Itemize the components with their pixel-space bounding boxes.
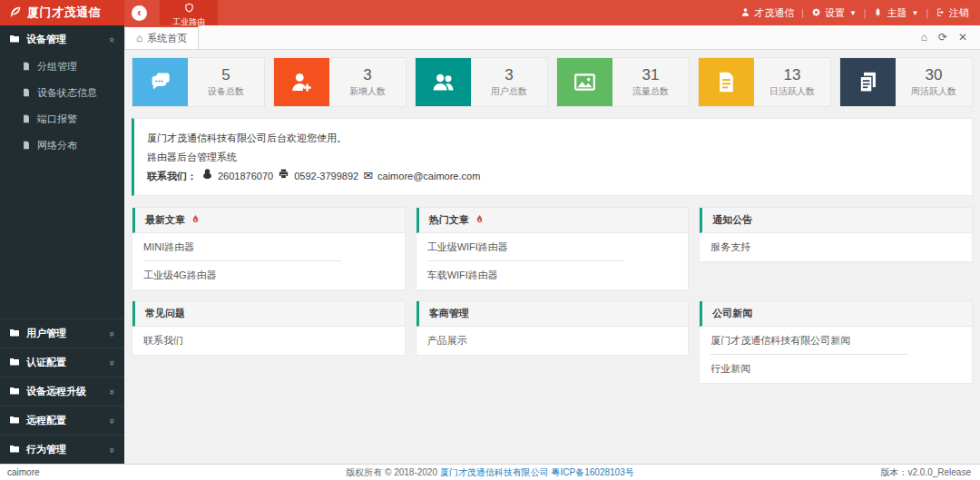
tab-system-home[interactable]: ⌂ 系统首页 bbox=[124, 25, 199, 49]
footer: caimore 版权所有 © 2018-2020 厦门才茂通信科技有限公司 粤I… bbox=[0, 464, 980, 480]
panel-item-link[interactable]: 车载WIFI路由器 bbox=[416, 261, 689, 289]
email-address: caimore@caimore.com bbox=[377, 169, 480, 184]
sidebar: 设备管理 « 分组管理 设备状态信息 端口报警 网络分布 用户管 bbox=[0, 25, 124, 464]
sidebar-item-label: 网络分布 bbox=[37, 139, 77, 152]
panel-title: 常见问题 bbox=[145, 307, 185, 320]
sidebar-group-label: 设备远程升级 bbox=[26, 385, 86, 398]
chevrons-up-icon: « bbox=[107, 36, 118, 42]
home-icon[interactable]: ⌂ bbox=[921, 32, 927, 43]
sidebar-group-label: 用户管理 bbox=[26, 327, 66, 340]
sidebar-group-remote-upgrade[interactable]: 设备远程升级 » bbox=[0, 377, 124, 406]
contact-label: 联系我们： bbox=[147, 169, 197, 184]
header-separator: | bbox=[864, 8, 867, 18]
theme-menu[interactable]: 主题 ▼ bbox=[873, 6, 918, 20]
sidebar-group-device-manage[interactable]: 设备管理 « bbox=[0, 25, 124, 54]
stat-label: 新增人数 bbox=[349, 85, 386, 98]
main-content: 5 设备总数 3 新增人数 3 用户总数 bbox=[124, 50, 980, 464]
settings-menu[interactable]: 设置 ▼ bbox=[811, 6, 857, 20]
user-menu[interactable]: 才茂通信 bbox=[740, 6, 794, 20]
tab-actions: ⌂ ⟳ ✕ bbox=[921, 25, 980, 49]
sidebar-group-label: 认证配置 bbox=[26, 356, 66, 369]
caret-down-icon: ▼ bbox=[911, 9, 918, 17]
welcome-line-1: 厦门才茂通信科技有限公司后台欢迎您使用。 bbox=[147, 131, 959, 146]
hot-icon bbox=[191, 214, 201, 226]
panel-header: 常见问题 bbox=[132, 301, 405, 327]
sidebar-collapse-button[interactable]: ‹ bbox=[132, 5, 147, 21]
close-icon[interactable]: ✕ bbox=[958, 32, 967, 43]
copy-icon bbox=[840, 58, 896, 106]
users-icon bbox=[416, 58, 471, 106]
user-plus-icon bbox=[274, 58, 329, 106]
welcome-line-2: 路由器后台管理系统 bbox=[147, 150, 959, 165]
stat-card-new-users: 3 新增人数 bbox=[273, 57, 407, 107]
file-icon bbox=[22, 88, 31, 99]
folder-icon bbox=[9, 415, 20, 427]
panel-title: 客商管理 bbox=[429, 307, 469, 320]
stat-value: 13 bbox=[784, 66, 801, 84]
sidebar-item-label: 设备状态信息 bbox=[37, 86, 97, 100]
sidebar-group-remote-config[interactable]: 远程配置 » bbox=[0, 406, 124, 435]
shield-icon bbox=[184, 0, 194, 16]
theme-label: 主题 bbox=[887, 6, 906, 20]
panel-item-link[interactable]: MINI路由器 bbox=[132, 233, 405, 261]
panel-item-link[interactable]: 工业级WIFI路由器 bbox=[416, 233, 689, 261]
sidebar-item-device-status[interactable]: 设备状态信息 bbox=[0, 80, 124, 106]
panel-item-link[interactable]: 服务支持 bbox=[700, 233, 972, 261]
panel-header: 最新文章 bbox=[132, 208, 405, 233]
sidebar-item-label: 分组管理 bbox=[37, 60, 77, 73]
user-name: 才茂通信 bbox=[754, 6, 794, 20]
chevrons-down-icon: » bbox=[107, 417, 118, 423]
home-icon: ⌂ bbox=[136, 32, 142, 44]
panel-header: 热门文章 bbox=[416, 208, 689, 233]
tree-icon bbox=[873, 7, 883, 19]
phone-number: 0592-3799892 bbox=[294, 169, 358, 184]
panel-title: 公司新闻 bbox=[712, 307, 752, 320]
panel-item-link[interactable]: 厦门才茂通信科技有限公司新闻 bbox=[700, 327, 972, 355]
app-root: 厦门才茂通信 ‹ 工业路由 才茂通信 | 设置 ▼ | 主题 bbox=[0, 0, 980, 480]
top-menu-industrial-router[interactable]: 工业路由 bbox=[160, 0, 218, 25]
folder-icon bbox=[9, 386, 20, 398]
header-separator: | bbox=[926, 8, 928, 18]
stat-label: 日活跃人数 bbox=[769, 85, 815, 98]
stat-label: 周活跃人数 bbox=[911, 85, 956, 98]
folder-icon bbox=[9, 34, 20, 46]
chevrons-down-icon: » bbox=[107, 359, 118, 365]
sidebar-item-port-alarm[interactable]: 端口报警 bbox=[0, 106, 124, 132]
company-link[interactable]: 厦门才茂通信科技有限公司 bbox=[440, 467, 549, 477]
comments-icon bbox=[132, 58, 188, 106]
logout-button[interactable]: 注销 bbox=[936, 6, 969, 20]
panel-item-link[interactable]: 工业级4G路由器 bbox=[132, 261, 405, 289]
stat-value: 31 bbox=[642, 66, 660, 84]
footer-copyright: 版权所有 © 2018-2020 厦门才茂通信科技有限公司 粤ICP备16028… bbox=[0, 466, 980, 479]
sidebar-submenu: 分组管理 设备状态信息 端口报警 网络分布 bbox=[0, 54, 124, 162]
sidebar-item-group-manage[interactable]: 分组管理 bbox=[0, 54, 124, 80]
sidebar-item-label: 端口报警 bbox=[37, 113, 77, 126]
sidebar-group-user-manage[interactable]: 用户管理 » bbox=[0, 318, 124, 348]
folder-icon bbox=[9, 444, 20, 456]
chevrons-down-icon: » bbox=[107, 388, 118, 394]
refresh-icon[interactable]: ⟳ bbox=[938, 32, 947, 43]
logo[interactable]: 厦门才茂通信 bbox=[0, 0, 124, 25]
panel-header: 通知公告 bbox=[700, 208, 972, 233]
chevrons-down-icon: » bbox=[107, 330, 118, 336]
sidebar-group-auth-config[interactable]: 认证配置 » bbox=[0, 348, 124, 377]
sidebar-group-behavior-manage[interactable]: 行为管理 » bbox=[0, 435, 124, 464]
panel-item-link[interactable]: 产品展示 bbox=[416, 327, 689, 355]
panel-hot-articles: 热门文章 工业级WIFI路由器 车载WIFI路由器 bbox=[416, 207, 690, 290]
sidebar-group-label: 设备管理 bbox=[26, 33, 66, 46]
stat-value: 5 bbox=[221, 66, 230, 84]
leaf-icon bbox=[9, 5, 22, 21]
panel-title: 热门文章 bbox=[429, 213, 469, 227]
tab-label: 系统首页 bbox=[147, 32, 187, 45]
icp-link[interactable]: 粤ICP备16028103号 bbox=[552, 467, 634, 477]
folder-icon bbox=[9, 328, 20, 340]
settings-label: 设置 bbox=[825, 6, 845, 20]
panel-item-link[interactable]: 行业新闻 bbox=[700, 355, 972, 383]
file-icon bbox=[22, 114, 31, 125]
panel-item-link[interactable]: 联系我们 bbox=[132, 327, 405, 355]
sidebar-item-network-distribution[interactable]: 网络分布 bbox=[0, 132, 124, 159]
panel-company-news: 公司新闻 厦门才茂通信科技有限公司新闻 行业新闻 bbox=[699, 300, 973, 384]
sidebar-spacer bbox=[0, 162, 124, 318]
panel-header: 公司新闻 bbox=[700, 301, 972, 327]
sidebar-group-label: 行为管理 bbox=[26, 443, 66, 456]
